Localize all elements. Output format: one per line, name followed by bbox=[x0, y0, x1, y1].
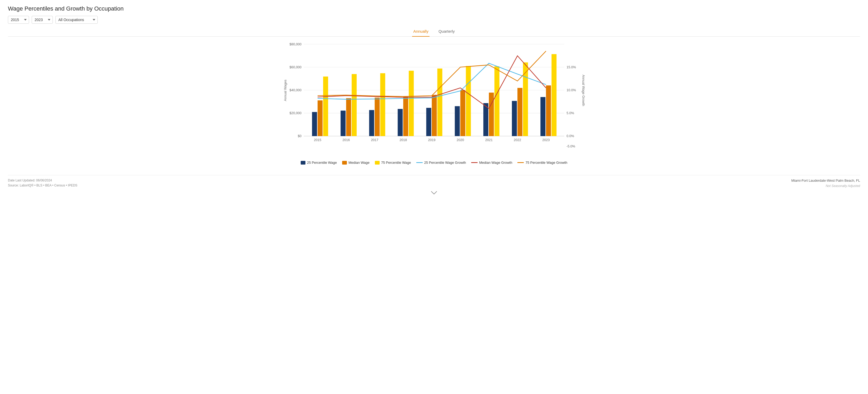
legend-label-p75: 75 Percentile Wage bbox=[381, 161, 411, 165]
bar-p75-2016 bbox=[352, 74, 356, 136]
y-growth-tick-10: 10.0% bbox=[566, 88, 576, 92]
right-axis-label: Annual Wage Growth bbox=[582, 75, 585, 106]
legend-item-p25-growth: 25 Percentile Wage Growth bbox=[416, 161, 466, 165]
bar-median-2019 bbox=[432, 95, 437, 136]
occupation-select[interactable]: All Occupations Management Healthcare Te… bbox=[56, 16, 98, 24]
footer-note: Not Seasonally Adjusted bbox=[791, 184, 860, 189]
bar-p25-2020 bbox=[455, 106, 460, 136]
year-end-select[interactable]: 2015 2016 2017 2018 2019 2020 2021 2023 bbox=[32, 16, 53, 24]
x-tick-2023: 2023 bbox=[542, 138, 550, 142]
tab-bar: Annually Quarterly bbox=[8, 26, 860, 37]
bar-p75-2018 bbox=[409, 71, 414, 136]
legend-color-p75 bbox=[375, 161, 380, 165]
bar-p25-2019 bbox=[426, 108, 431, 136]
footer-right: Miami-Fort Lauderdale-West Palm Beach, F… bbox=[791, 178, 860, 189]
legend-item-median-growth: Median Wage Growth bbox=[471, 161, 512, 165]
footer-left: Date Last Updated: 06/06/2024 Source: La… bbox=[8, 178, 78, 188]
source: Source: LaborIQ® • BLS • BEA • Census • … bbox=[8, 183, 78, 188]
x-tick-2015: 2015 bbox=[314, 138, 321, 142]
legend-color-p25 bbox=[301, 161, 305, 165]
x-tick-2021: 2021 bbox=[485, 138, 493, 142]
bar-p25-2022 bbox=[512, 101, 517, 136]
legend-item-p75: 75 Percentile Wage bbox=[375, 161, 411, 165]
legend-label-median-growth: Median Wage Growth bbox=[479, 161, 512, 165]
legend-color-median bbox=[342, 161, 347, 165]
bar-median-2016 bbox=[346, 98, 351, 136]
bar-p25-2016 bbox=[341, 110, 346, 136]
legend: 25 Percentile Wage Median Wage 75 Percen… bbox=[8, 161, 860, 165]
bar-median-2015 bbox=[317, 100, 322, 136]
bar-median-2023 bbox=[546, 86, 551, 136]
footer: Date Last Updated: 06/06/2024 Source: La… bbox=[8, 175, 860, 189]
legend-label-p75-growth: 75 Percentile Wage Growth bbox=[525, 161, 567, 165]
legend-color-median-growth bbox=[471, 162, 477, 163]
chevron-down-area[interactable] bbox=[8, 191, 860, 194]
controls-row: 2015 2016 2017 2018 2019 2020 2021 2022 … bbox=[8, 16, 860, 24]
y-tick-60k: $60,000 bbox=[289, 65, 302, 69]
page-title: Wage Percentiles and Growth by Occupatio… bbox=[8, 5, 860, 12]
legend-label-median: Median Wage bbox=[348, 161, 370, 165]
footer-location: Miami-Fort Lauderdale-West Palm Beach, F… bbox=[791, 178, 860, 184]
date-updated: Date Last Updated: 06/06/2024 bbox=[8, 178, 78, 183]
bar-p25-2015 bbox=[312, 112, 317, 136]
x-tick-2020: 2020 bbox=[457, 138, 464, 142]
y-growth-tick--5: -5.0% bbox=[566, 144, 575, 148]
y-growth-tick-15: 15.0% bbox=[566, 65, 576, 69]
x-tick-2022: 2022 bbox=[514, 138, 521, 142]
legend-item-p25: 25 Percentile Wage bbox=[301, 161, 337, 165]
legend-item-p75-growth: 75 Percentile Wage Growth bbox=[518, 161, 567, 165]
x-tick-2016: 2016 bbox=[342, 138, 350, 142]
y-growth-tick-5: 5.0% bbox=[566, 111, 574, 115]
year-start-select[interactable]: 2015 2016 2017 2018 2019 2020 2021 2022 … bbox=[8, 16, 29, 24]
x-tick-2017: 2017 bbox=[371, 138, 378, 142]
legend-color-p25-growth bbox=[416, 162, 423, 163]
y-growth-tick-0: 0.0% bbox=[566, 134, 574, 138]
y-tick-20k: $20,000 bbox=[289, 111, 302, 115]
bar-median-2018 bbox=[403, 97, 408, 136]
bar-p75-2019 bbox=[437, 69, 442, 136]
x-tick-2018: 2018 bbox=[399, 138, 407, 142]
bar-median-2017 bbox=[375, 98, 380, 136]
chart-svg: Annual Wages Annual Wage Growth $0 $20,0… bbox=[8, 42, 860, 153]
legend-color-p75-growth bbox=[518, 162, 524, 163]
bar-p75-2022 bbox=[523, 63, 528, 136]
bar-p25-2023 bbox=[540, 97, 546, 136]
bar-p75-2017 bbox=[380, 73, 385, 136]
bar-median-2020 bbox=[460, 90, 465, 136]
legend-item-median: Median Wage bbox=[342, 161, 370, 165]
tab-quarterly[interactable]: Quarterly bbox=[437, 26, 456, 37]
y-tick-40k: $40,000 bbox=[289, 88, 302, 92]
bar-p25-2018 bbox=[398, 109, 403, 136]
left-axis-label: Annual Wages bbox=[283, 80, 287, 101]
bar-p25-2021 bbox=[484, 103, 488, 136]
tab-annually[interactable]: Annually bbox=[412, 26, 430, 37]
bar-median-2021 bbox=[489, 93, 494, 136]
bar-p75-2023 bbox=[552, 54, 557, 136]
bar-p75-2015 bbox=[323, 76, 328, 136]
bar-p75-2021 bbox=[494, 66, 499, 136]
bar-median-2022 bbox=[518, 88, 522, 136]
y-tick-0: $0 bbox=[298, 134, 302, 138]
y-tick-80k: $80,000 bbox=[289, 42, 302, 46]
x-tick-2019: 2019 bbox=[428, 138, 436, 142]
chart-area: Annual Wages Annual Wage Growth $0 $20,0… bbox=[8, 42, 860, 153]
chevron-down-icon bbox=[431, 191, 437, 194]
bar-p25-2017 bbox=[369, 110, 374, 136]
legend-label-p25-growth: 25 Percentile Wage Growth bbox=[424, 161, 466, 165]
legend-label-p25: 25 Percentile Wage bbox=[307, 161, 337, 165]
bar-p75-2020 bbox=[466, 66, 471, 136]
